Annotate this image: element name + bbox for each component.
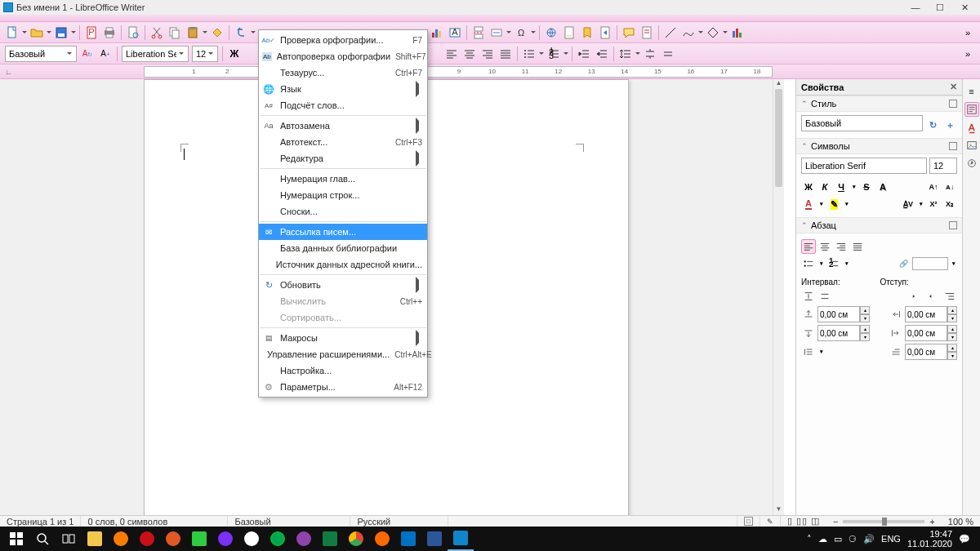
search-button[interactable]	[29, 527, 56, 551]
close-button[interactable]: ✕	[952, 0, 977, 15]
diamond-icon[interactable]	[704, 24, 722, 42]
section-para-head[interactable]: Абзац	[796, 217, 962, 233]
first-line-indent-spin[interactable]: ▴▾	[905, 344, 957, 360]
font-color-button[interactable]: A	[801, 197, 816, 211]
status-selection-mode[interactable]: □	[737, 516, 760, 527]
app-icon-4[interactable]	[238, 527, 265, 551]
section-chars-head[interactable]: Символы	[796, 138, 962, 154]
increase-indent-button[interactable]	[575, 45, 593, 63]
app-icon-7[interactable]	[369, 527, 395, 551]
new-style-button[interactable]: A+	[96, 45, 114, 63]
font-size-combo[interactable]: 12	[192, 46, 218, 62]
maximize-button[interactable]: ☐	[928, 0, 952, 15]
chrome-icon[interactable]	[343, 527, 369, 551]
decrease-indent-button[interactable]	[593, 45, 611, 63]
menu-item[interactable]: Управление расширениями...Ctrl+Alt+E	[259, 346, 427, 362]
status-lang[interactable]: Русский	[350, 516, 448, 527]
status-words[interactable]: 0 слов, 0 символов	[81, 516, 228, 527]
align-justify-button[interactable]	[850, 239, 865, 254]
outlook-icon[interactable]	[395, 527, 421, 551]
hanging-indent-icon[interactable]	[942, 289, 957, 304]
menu-item[interactable]: ✉Рассылка писем...	[259, 224, 427, 240]
copy-button[interactable]	[166, 24, 184, 42]
save-button[interactable]	[52, 24, 70, 42]
para-spacing-inc-button[interactable]	[641, 45, 659, 63]
indent-dec-icon[interactable]	[926, 289, 941, 304]
bgcolor-dropdown[interactable]: ▾	[950, 256, 957, 271]
grow-font-button[interactable]: A↑	[926, 180, 941, 194]
paragraph-style-combo[interactable]: Базовый	[5, 46, 77, 62]
above-space-spin[interactable]: ▴▾	[817, 306, 870, 322]
below-space-icon[interactable]	[801, 326, 816, 340]
explorer-icon[interactable]	[82, 527, 108, 551]
cut-button[interactable]	[148, 24, 166, 42]
zoom-out-button[interactable]: −	[833, 517, 838, 527]
menu-item[interactable]: Нумерация строк...	[259, 187, 427, 203]
firefox-icon[interactable]	[108, 527, 134, 551]
align-center-button[interactable]	[461, 45, 479, 63]
bgcolor-button[interactable]: 🔗	[896, 256, 911, 271]
tray-chevron-icon[interactable]: ˄	[807, 534, 812, 544]
excel-icon[interactable]	[317, 527, 343, 551]
align-center-button[interactable]	[817, 239, 832, 254]
menu-item[interactable]: ▤Макросы	[259, 330, 427, 346]
status-insert-mode[interactable]	[713, 516, 737, 527]
number-list-dropdown[interactable]	[563, 50, 569, 57]
comment-button[interactable]	[620, 24, 638, 42]
indent-inc-icon[interactable]	[910, 289, 924, 304]
sidebar-tab-gallery[interactable]	[964, 138, 979, 153]
field-dropdown[interactable]	[506, 29, 512, 36]
menu-item[interactable]: Тезаурус...Ctrl+F7	[259, 64, 427, 81]
char-spacing-dropdown[interactable]: ▾	[917, 197, 924, 211]
tray-cloud-icon[interactable]: ☁	[818, 534, 827, 544]
app-icon-5[interactable]	[265, 527, 291, 551]
update-style-button[interactable]: A↻	[78, 45, 96, 63]
bold-button[interactable]: Ж	[225, 45, 243, 63]
paste-button[interactable]	[184, 24, 202, 42]
hyperlink-button[interactable]	[542, 24, 560, 42]
export-pdf-button[interactable]: P	[82, 24, 100, 42]
bold-button[interactable]: Ж	[801, 180, 816, 194]
status-view-layout[interactable]: ▯ ▯▯ ◫	[781, 516, 826, 527]
toolbar2-more-button[interactable]: »	[959, 45, 977, 63]
tray-battery-icon[interactable]: ▭	[834, 534, 842, 544]
sidebar-tab-menu[interactable]: ≡	[964, 84, 979, 99]
menu-item[interactable]: Сноски...	[259, 203, 427, 220]
clone-fmt-button[interactable]	[208, 24, 226, 42]
toolbar-more-button[interactable]: »	[959, 24, 977, 42]
track-changes-button[interactable]	[638, 24, 656, 42]
menu-bar[interactable]	[0, 15, 980, 22]
strikethrough-button[interactable]: S	[859, 180, 874, 194]
first-line-indent-icon[interactable]	[889, 344, 903, 359]
left-indent-icon[interactable]	[889, 307, 903, 322]
spacing-inc-icon[interactable]	[801, 289, 816, 304]
number-list-button[interactable]: 12	[826, 256, 841, 271]
chart-button[interactable]	[428, 24, 446, 42]
align-right-button[interactable]	[834, 239, 849, 254]
menu-item[interactable]: AaАвтозамена	[259, 118, 427, 134]
para-spacing-dec-button[interactable]	[659, 45, 677, 63]
status-signature[interactable]: ✎	[760, 516, 781, 527]
above-space-icon[interactable]	[801, 307, 816, 322]
highlight-dropdown[interactable]: ▾	[843, 197, 850, 211]
horizontal-ruler[interactable]: 123456789101112131415161718	[144, 66, 773, 78]
print-button[interactable]	[100, 24, 118, 42]
bgcolor-preview[interactable]	[912, 257, 948, 270]
align-left-button[interactable]	[443, 45, 461, 63]
menu-item[interactable]: 🌐Язык	[259, 81, 427, 97]
cross-ref-button[interactable]	[596, 24, 614, 42]
app-icon-3[interactable]	[212, 527, 238, 551]
tray-notifications-icon[interactable]: 💬	[959, 534, 970, 544]
sidebar-tab-styles[interactable]: A̲	[964, 120, 979, 135]
font-name-combo[interactable]: Liberation Serif	[122, 46, 189, 62]
special-char-button[interactable]: Ω	[512, 24, 530, 42]
menu-item[interactable]: ⚙Параметры...Alt+F12	[259, 379, 427, 395]
sidebar-tab-properties[interactable]	[964, 102, 979, 117]
app-icon-2[interactable]	[186, 527, 212, 551]
undo-dropdown[interactable]	[250, 29, 256, 36]
menu-item[interactable]: Ab✓Проверка орфографии...F7	[259, 32, 427, 48]
shadow-button[interactable]: A	[875, 180, 890, 194]
app-icon-6[interactable]	[291, 527, 317, 551]
tray-lang[interactable]: ENG	[881, 534, 901, 544]
special-char-dropdown[interactable]	[530, 29, 537, 36]
